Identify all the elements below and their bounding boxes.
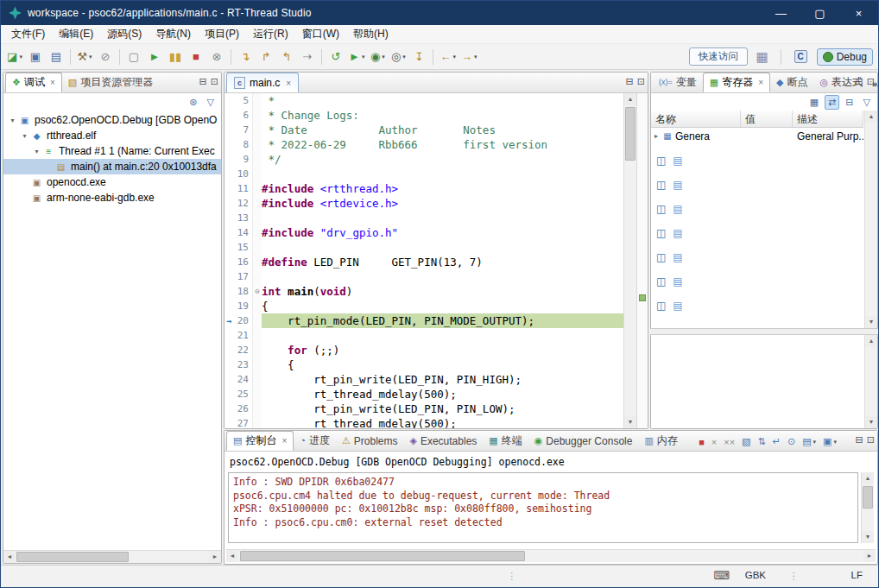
close-tab-icon[interactable]: × <box>281 436 287 446</box>
instruction-pointer-icon[interactable]: → <box>224 313 233 328</box>
restart-button[interactable]: ↺ <box>326 47 345 66</box>
console-tab-5[interactable]: ◉Debugger Console <box>528 431 639 451</box>
maximize-view-icon[interactable]: ⊡ <box>867 434 875 446</box>
close-tab-icon[interactable]: × <box>50 78 55 87</box>
menu-item-4[interactable]: 项目(P) <box>198 25 246 43</box>
code-editor[interactable]: 5 *6 * Change Logs:7 * Date Author Notes… <box>224 93 623 428</box>
resume-button[interactable]: ► <box>145 47 164 66</box>
code-line-23[interactable]: 23 { <box>224 357 623 372</box>
registers-column-2[interactable]: 描述 <box>793 111 863 127</box>
scroll-left-icon[interactable]: ◄ <box>3 551 16 563</box>
code-line-14[interactable]: 14#include "drv_gpio.h" <box>224 225 623 240</box>
minimize-view-icon[interactable]: ⊟ <box>856 434 863 446</box>
code-line-12[interactable]: 12#include <rtdevice.h> <box>224 196 623 211</box>
tree-row-2[interactable]: ▾≡Thread #1 1 (Name: Current Exec <box>3 143 221 159</box>
tree-row-5[interactable]: ▣arm-none-eabi-gdb.exe <box>3 190 221 205</box>
scroll-thumb[interactable] <box>240 551 525 561</box>
registers-tab-1[interactable]: ▦寄存器× <box>703 73 770 92</box>
minimize-view-icon[interactable]: ⊟ <box>199 76 207 87</box>
registers-splitter[interactable] <box>650 328 878 335</box>
search-button[interactable]: ◎▾ <box>389 47 408 66</box>
scroll-up-icon[interactable]: ▲ <box>865 111 877 123</box>
scroll-right-icon[interactable]: ► <box>209 551 221 563</box>
show-columns-icon[interactable]: ▦ <box>806 95 822 110</box>
build-config-button[interactable]: ⚒▾ <box>75 47 94 66</box>
tree-row-0[interactable]: ▾▣psoc62.OpenOCD.Debug [GDB OpenO <box>3 112 221 128</box>
forward-button[interactable]: →▾ <box>459 47 479 66</box>
collapse-all-icon[interactable]: ⊟ <box>842 95 857 110</box>
scroll-down-icon[interactable]: ▼ <box>862 531 874 543</box>
last-edit-location-button[interactable]: ↧ <box>409 47 428 66</box>
view-menu-icon[interactable]: ▽ <box>860 95 874 110</box>
code-line-20[interactable]: →20 rt_pin_mode(LED_PIN, PIN_MODE_OUTPUT… <box>224 313 623 328</box>
overview-current-line-mark[interactable] <box>639 294 646 301</box>
expand-arrow-icon[interactable]: ▸ <box>651 132 661 140</box>
menu-item-6[interactable]: 窗口(W) <box>295 25 346 43</box>
back-button[interactable]: ←▾ <box>438 47 458 66</box>
console-tab-0[interactable]: ▤控制台× <box>226 431 294 451</box>
debug-tab-1[interactable]: ▧项目资源管理器 <box>62 73 159 92</box>
code-line-7[interactable]: 7 * Date Author Notes <box>224 123 623 137</box>
scroll-down-icon[interactable]: ▼ <box>624 416 636 428</box>
input-method-icon[interactable]: ⌨ <box>713 569 730 582</box>
registers-column-0[interactable]: 名称 <box>651 111 741 127</box>
debug-tab-0[interactable]: ❖调试× <box>5 73 62 92</box>
view-menu-icon[interactable]: ▽ <box>204 95 218 110</box>
registers-icon-row-0[interactable]: ◫▤ <box>655 149 863 173</box>
step-into-button[interactable]: ↴ <box>236 47 255 66</box>
code-line-18[interactable]: 18⊖int main(void) <box>224 284 623 299</box>
registers-icon-row-6[interactable]: ◫▤ <box>655 294 863 318</box>
code-line-16[interactable]: 16#define LED_PIN GET_PIN(13, 7) <box>224 255 623 269</box>
new-wizard-button[interactable]: ◪▾ <box>5 47 24 66</box>
tree-expand-arrow[interactable]: ▾ <box>19 132 30 140</box>
pin-console-icon[interactable]: ⊙ <box>785 435 798 448</box>
tree-expand-arrow[interactable]: ▾ <box>7 117 18 124</box>
minimize-view-icon[interactable]: ⊟ <box>626 76 634 87</box>
minimize-view-icon[interactable]: ⊟ <box>856 76 863 87</box>
code-line-27[interactable]: 27 rt_thread_mdelay(500); <box>224 416 623 428</box>
scroll-left-icon[interactable]: ◄ <box>226 550 238 562</box>
editor-vscrollbar[interactable]: ▲ ▼ <box>623 93 636 428</box>
code-line-6[interactable]: 6 * Change Logs: <box>224 108 623 123</box>
tree-row-3[interactable]: ▤main() at main.c:20 0x10013dfa <box>3 159 221 174</box>
registers-icon-row-1[interactable]: ◫▤ <box>655 173 863 197</box>
open-perspective-button[interactable]: ▦ <box>753 47 772 66</box>
code-line-9[interactable]: 9 */ <box>224 152 623 167</box>
scroll-thumb[interactable] <box>863 486 873 509</box>
step-return-button[interactable]: ↰ <box>277 47 296 66</box>
scroll-down-icon[interactable]: ▼ <box>865 416 877 428</box>
instruction-stepping-button[interactable]: ⇢ <box>298 47 317 66</box>
code-line-5[interactable]: 5 * <box>224 93 623 108</box>
editor-tab-main-c[interactable]: c main.c × <box>226 73 299 92</box>
skip-all-breakpoints-button[interactable]: ⊘ <box>96 47 115 66</box>
scroll-up-icon[interactable]: ▲ <box>865 335 877 347</box>
code-line-24[interactable]: 24 rt_pin_write(LED_PIN, PIN_HIGH); <box>224 372 623 387</box>
menu-item-5[interactable]: 运行(R) <box>246 25 295 43</box>
code-line-8[interactable]: 8 * 2022-06-29 Rbb666 first version <box>224 137 623 152</box>
menu-item-0[interactable]: 文件(F) <box>4 25 52 43</box>
overview-ruler[interactable] <box>636 93 648 428</box>
console-hscrollbar[interactable]: ◄ ► <box>226 549 876 562</box>
code-line-11[interactable]: 11#include <rtthread.h> <box>224 181 623 196</box>
open-console-icon[interactable]: ▣▾ <box>820 435 839 448</box>
scroll-up-icon[interactable]: ▲ <box>862 472 874 484</box>
word-wrap-icon[interactable]: ↵ <box>770 435 783 448</box>
terminate-icon[interactable]: ■ <box>696 436 707 448</box>
save-all-button[interactable]: ▤ <box>47 47 66 66</box>
disconnect-button[interactable]: ⊗ <box>207 47 226 66</box>
registers-tab-0[interactable]: (x)=变量 <box>653 73 703 92</box>
console-tab-3[interactable]: ◈Executables <box>403 431 483 451</box>
debug-button[interactable]: ◉▾ <box>368 47 387 66</box>
menu-item-3[interactable]: 导航(N) <box>149 25 198 43</box>
scroll-thumb[interactable] <box>625 107 636 161</box>
scroll-down-icon[interactable]: ▼ <box>865 316 877 328</box>
maximize-view-icon[interactable]: ⊡ <box>211 76 218 87</box>
scroll-right-icon[interactable]: ► <box>863 550 876 562</box>
registers-icon-row-4[interactable]: ◫▤ <box>655 245 863 269</box>
close-button[interactable]: × <box>839 1 878 25</box>
code-line-22[interactable]: 22 for (;;) <box>224 343 623 357</box>
external-tools-button[interactable]: ►▾ <box>347 47 366 66</box>
details-vscrollbar[interactable]: ▲ ▼ <box>864 335 877 428</box>
maximize-button[interactable]: ▢ <box>800 1 839 25</box>
menu-item-2[interactable]: 源码(S) <box>100 25 149 43</box>
